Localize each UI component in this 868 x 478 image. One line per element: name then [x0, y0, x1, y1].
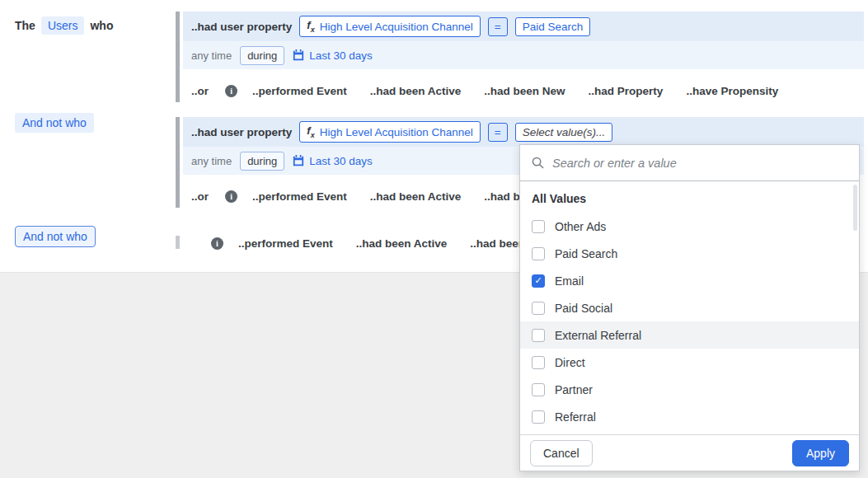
dropdown-item[interactable]: Paid Social [520, 294, 859, 321]
condition-option[interactable]: ..performed Event [252, 85, 347, 97]
dropdown-item[interactable]: Other Ads [520, 213, 859, 240]
calendar-icon [293, 49, 304, 61]
time-mode-button[interactable]: during [240, 46, 284, 65]
dropdown-item-label: Paid Search [555, 247, 617, 260]
checkbox-icon[interactable] [532, 410, 545, 424]
add-condition-options-row: ..ori..performed Event..had been Active.… [183, 79, 864, 102]
fx-icon: fx [307, 124, 314, 139]
checkbox-icon[interactable] [532, 356, 545, 369]
condition-option[interactable]: ..had been Active [370, 85, 462, 97]
users-entity-selector[interactable]: Users [41, 16, 85, 35]
checkbox-icon[interactable] [532, 329, 545, 342]
or-option[interactable]: ..or [191, 190, 209, 203]
condition-option[interactable]: ..had been Active [370, 190, 462, 203]
group-indent-bar [176, 12, 180, 102]
calendar-icon [293, 155, 304, 166]
or-option[interactable]: ..or [191, 85, 209, 97]
date-range-label: Last 30 days [309, 49, 373, 62]
property-name: High Level Acquisition Channel [320, 126, 473, 138]
apply-button[interactable]: Apply [792, 440, 849, 466]
dropdown-footer: Cancel Apply [520, 434, 859, 471]
value-button[interactable]: Paid Search [515, 17, 591, 36]
value-list-header: All Values [520, 181, 859, 213]
date-range-button[interactable]: Last 30 days [293, 155, 373, 167]
date-range-button[interactable]: Last 30 days [293, 49, 373, 62]
dropdown-search-row [520, 145, 859, 181]
subject-prefix: The [15, 19, 35, 32]
dropdown-item-label: Other Ads [555, 220, 606, 233]
date-range-label: Last 30 days [309, 155, 373, 167]
checkbox-icon[interactable] [532, 220, 545, 233]
time-prefix-label: any time [191, 49, 232, 62]
property-condition-row: ..had user property fx High Level Acquis… [183, 117, 864, 147]
condition-type-label: ..had user property [191, 21, 292, 33]
dropdown-item-label: External Referral [555, 329, 641, 342]
condition-option[interactable]: ..had Property [589, 85, 664, 97]
property-selector-button[interactable]: fx High Level Acquisition Channel [299, 121, 480, 143]
scrollbar-thumb[interactable] [853, 185, 857, 231]
condition-option[interactable]: ..had been New [484, 85, 565, 97]
time-prefix-label: any time [191, 155, 232, 167]
segment-subject: The Users who [15, 16, 113, 35]
subject-suffix: who [90, 19, 113, 32]
info-icon[interactable]: i [225, 190, 237, 203]
cancel-button[interactable]: Cancel [530, 440, 593, 466]
and-not-who-label-2[interactable]: And not who [15, 226, 96, 247]
checkbox-icon[interactable] [532, 302, 545, 315]
dropdown-item[interactable]: External Referral [520, 321, 859, 349]
dropdown-item[interactable]: ✓Email [520, 267, 859, 294]
checkbox-icon[interactable] [532, 383, 545, 396]
condition-option[interactable]: ..had been Active [356, 237, 448, 250]
condition-group-1: ..had user property fx High Level Acquis… [176, 12, 864, 102]
value-select-dropdown: All Values Other AdsPaid Search✓EmailPai… [519, 144, 860, 471]
search-icon [532, 157, 544, 169]
value-search-input[interactable] [552, 157, 847, 170]
dropdown-item[interactable]: Paid Search [520, 240, 859, 267]
checkbox-icon[interactable] [532, 247, 545, 260]
time-filter-row: any time during Last 30 days [183, 41, 864, 69]
condition-option[interactable]: ..have Propensity [686, 85, 778, 97]
group-indent-bar [176, 236, 180, 249]
time-mode-button[interactable]: during [240, 152, 284, 171]
property-name: High Level Acquisition Channel [320, 21, 473, 33]
segment-builder-screen: The Users who And not who And not who ..… [0, 0, 868, 478]
property-selector-button[interactable]: fx High Level Acquisition Channel [299, 16, 480, 37]
property-condition-row: ..had user property fx High Level Acquis… [183, 12, 864, 41]
dropdown-item[interactable]: Direct [520, 349, 859, 376]
dropdown-item-label: Direct [555, 356, 585, 369]
value-select-button[interactable]: Select value(s)... [515, 123, 613, 142]
dropdown-item-label: Partner [555, 383, 593, 396]
dropdown-value-list: All Values Other AdsPaid Search✓EmailPai… [520, 181, 859, 434]
checkbox-checked-icon[interactable]: ✓ [532, 274, 545, 288]
dropdown-item[interactable]: Organic Social [520, 430, 859, 434]
and-not-who-label-1[interactable]: And not who [15, 113, 94, 133]
condition-option[interactable]: ..performed Event [252, 190, 347, 203]
group-indent-bar [176, 117, 180, 208]
condition-type-label: ..had user property [191, 126, 292, 138]
info-icon[interactable]: i [211, 237, 223, 250]
dropdown-item-label: Paid Social [555, 302, 612, 315]
dropdown-item[interactable]: Referral [520, 403, 859, 430]
dropdown-item-label: Referral [555, 410, 596, 424]
dropdown-item-label: Email [555, 274, 584, 288]
fx-icon: fx [307, 19, 314, 34]
operator-button[interactable]: = [488, 17, 508, 36]
info-icon[interactable]: i [225, 85, 237, 97]
condition-option[interactable]: ..performed Event [238, 237, 333, 250]
dropdown-item[interactable]: Partner [520, 376, 859, 403]
operator-button[interactable]: = [488, 123, 508, 142]
